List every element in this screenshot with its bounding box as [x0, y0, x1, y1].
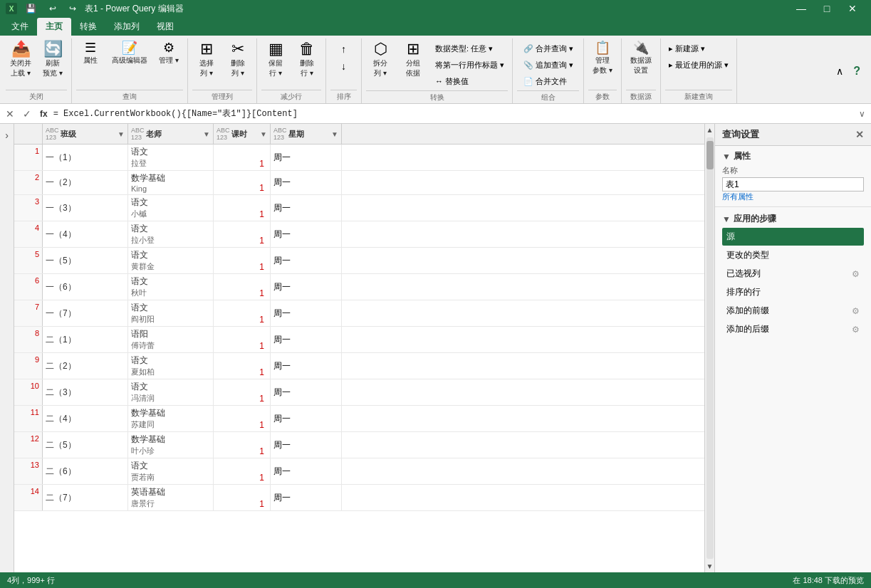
- name-input[interactable]: [722, 177, 864, 191]
- col-header-hours[interactable]: ABC123 课时 ▼: [214, 124, 271, 144]
- properties-toggle[interactable]: ▼: [722, 152, 731, 162]
- tab-view[interactable]: 视图: [148, 18, 182, 36]
- cell-teacher: 语文 贾若南: [128, 458, 214, 484]
- toggle-collapse-btn[interactable]: ›: [5, 130, 9, 141]
- cell-weekday: 周一: [271, 300, 342, 326]
- step-item-added-prefix[interactable]: 添加的前缀 ⚙: [722, 302, 864, 320]
- manage-btn[interactable]: ⚙ 管理 ▾: [155, 38, 183, 68]
- table-row: 11 二（4） 数学基础 苏建同 1 周一: [14, 406, 704, 432]
- table-row: 4 一（4） 语文 拉小登 1 周一: [14, 221, 704, 248]
- step-name-sorted-rows: 排序的行: [726, 286, 860, 298]
- formula-expand-btn[interactable]: ∨: [856, 107, 868, 120]
- undo-btn[interactable]: ↩: [45, 2, 61, 15]
- ribbon-help-btn[interactable]: ?: [850, 63, 864, 80]
- delete-rows-btn[interactable]: 🗑 删除行 ▾: [293, 38, 321, 81]
- keep-rows-btn[interactable]: ▦ 保留行 ▾: [261, 38, 290, 81]
- cell-teacher-subject: 语文: [131, 302, 210, 314]
- step-item-change-type[interactable]: 更改的类型: [722, 246, 864, 264]
- new-source-btn[interactable]: ▸ 新建源 ▾: [665, 41, 732, 56]
- formula-cancel-btn[interactable]: ✕: [3, 107, 17, 121]
- save-btn[interactable]: 💾: [21, 2, 41, 15]
- cell-teacher-subject: 英语基础: [131, 486, 210, 498]
- step-settings-added-prefix[interactable]: ⚙: [852, 306, 860, 316]
- tab-file[interactable]: 文件: [3, 18, 37, 36]
- scroll-track: [706, 137, 714, 559]
- cell-teacher-subject: 语文: [131, 249, 210, 261]
- col-filter-hours[interactable]: ▼: [260, 130, 267, 138]
- col-header-class[interactable]: ABC123 班级 ▼: [43, 124, 128, 144]
- cell-teacher-name: 阎初阳: [131, 314, 210, 325]
- vertical-scrollbar[interactable]: ▲ ▼: [704, 124, 714, 572]
- group-by-icon: ⊞: [407, 41, 419, 57]
- ribbon-up-btn[interactable]: ∧: [833, 63, 847, 79]
- steps-list: 源 更改的类型 已选视列 ⚙ 排序的行 添加的前缀 ⚙ 添加的后缀 ⚙: [722, 228, 864, 338]
- col-header-weekday[interactable]: ABC123 星期 ▼: [271, 124, 342, 144]
- tab-addcol[interactable]: 添加列: [105, 18, 148, 36]
- split-col-btn[interactable]: ⬡ 拆分列 ▾: [366, 38, 395, 81]
- merge-file-btn[interactable]: 📄 合并文件: [520, 74, 577, 89]
- properties-section-title: ▼ 属性: [722, 150, 864, 162]
- choose-cols-btn[interactable]: ⊞ 选择列 ▾: [192, 38, 221, 81]
- tab-home[interactable]: 主页: [37, 18, 71, 36]
- scroll-thumb[interactable]: [706, 141, 714, 169]
- cell-teacher-name: 黄群金: [131, 261, 210, 272]
- cell-hours: 1: [214, 195, 271, 221]
- cell-hours: 1: [214, 458, 271, 484]
- refresh-icon: 🔄: [43, 41, 63, 57]
- col-filter-weekday[interactable]: ▼: [331, 130, 338, 138]
- properties-btn[interactable]: ☰ 属性: [76, 38, 105, 68]
- step-item-filtered-rows[interactable]: 已选视列 ⚙: [722, 265, 864, 283]
- table-row: 9 二（2） 语文 夏如柏 1 周一: [14, 353, 704, 379]
- cell-teacher-subject: 数学基础: [131, 434, 210, 446]
- group-by-btn[interactable]: ⊞ 分组依据: [399, 38, 427, 81]
- step-item-added-suffix[interactable]: 添加的后缀 ⚙: [722, 320, 864, 338]
- delete-cols-btn[interactable]: ✂ 删除列 ▾: [224, 38, 252, 81]
- right-panel: 查询设置 ✕ ▼ 属性 名称 所有属性 ▼ 应用的步骤 源 更改的类型 已选视列: [714, 124, 871, 572]
- all-props-link[interactable]: 所有属性: [722, 192, 753, 201]
- table-row: 1 一（1） 语文 拉登 1 周一: [14, 145, 704, 171]
- row-num-cell: 6: [14, 274, 43, 300]
- redo-btn[interactable]: ↪: [65, 2, 80, 15]
- refresh-btn[interactable]: 🔄 刷新预览 ▾: [38, 38, 67, 81]
- replace-val-btn[interactable]: ↔ 替换值: [432, 74, 508, 89]
- manage-params-btn[interactable]: 📋 管理参数 ▾: [588, 38, 617, 78]
- ribbon-group-sort: ↑ ↓ 排序: [326, 38, 362, 103]
- sort-desc-btn[interactable]: ↓: [338, 58, 350, 74]
- formula-input[interactable]: [53, 109, 853, 119]
- ribbon-group-transform: ⬡ 拆分列 ▾ ⊞ 分组依据 数据类型: 任意 ▾ 将第一行用作标题 ▾ ↔ 替…: [362, 38, 513, 103]
- cell-teacher-name: 唐景行: [131, 498, 210, 509]
- ribbon-group-query: ☰ 属性 📝 高级编辑器 ⚙ 管理 ▾ 查询: [72, 38, 188, 103]
- cell-teacher: 语阳 傅诗蕾: [128, 327, 214, 352]
- cell-class: 一（6）: [43, 274, 128, 300]
- merge-queries-btn[interactable]: 🔗 合并查询 ▾: [520, 41, 577, 56]
- minimize-btn[interactable]: —: [788, 0, 814, 17]
- step-item-sorted-rows[interactable]: 排序的行: [722, 283, 864, 301]
- col-header-teacher[interactable]: ABC123 老师 ▼: [128, 124, 214, 144]
- maximize-btn[interactable]: □: [814, 0, 840, 17]
- cell-teacher-name: King: [131, 184, 210, 193]
- formula-confirm-btn[interactable]: ✓: [20, 107, 34, 121]
- step-item-source[interactable]: 源: [722, 228, 864, 246]
- steps-section-title: ▼ 应用的步骤: [722, 213, 864, 225]
- table-body[interactable]: 1 一（1） 语文 拉登 1 周一 2 一（2） 数学基础 King 1 周一 …: [14, 145, 704, 572]
- close-btn[interactable]: ✕: [840, 0, 865, 17]
- steps-toggle[interactable]: ▼: [722, 214, 731, 224]
- sort-asc-btn[interactable]: ↑: [338, 41, 350, 57]
- recent-source-btn[interactable]: ▸ 最近使用的源 ▾: [665, 58, 732, 73]
- step-settings-added-suffix[interactable]: ⚙: [852, 325, 860, 335]
- col-filter-teacher[interactable]: ▼: [203, 130, 210, 138]
- tab-transform[interactable]: 转换: [71, 18, 105, 36]
- row-num-cell: 11: [14, 406, 43, 431]
- step-settings-filtered-rows[interactable]: ⚙: [852, 269, 860, 279]
- cell-weekday: 周一: [271, 145, 342, 170]
- first-row-btn[interactable]: 将第一行用作标题 ▾: [432, 58, 508, 73]
- cell-teacher-name: 冯清润: [131, 393, 210, 404]
- delete-cols-icon: ✂: [231, 41, 244, 57]
- adv-editor-btn[interactable]: 📝 高级编辑器: [108, 38, 152, 68]
- right-panel-close-btn[interactable]: ✕: [855, 129, 864, 140]
- append-queries-btn[interactable]: 📎 追加查询 ▾: [520, 58, 577, 73]
- datasource-settings-btn[interactable]: 🔌 数据源设置: [626, 38, 656, 78]
- close-load-btn[interactable]: 📤 关闭并上载 ▾: [6, 38, 36, 81]
- col-filter-class[interactable]: ▼: [118, 130, 125, 138]
- data-type-btn[interactable]: 数据类型: 任意 ▾: [432, 41, 508, 56]
